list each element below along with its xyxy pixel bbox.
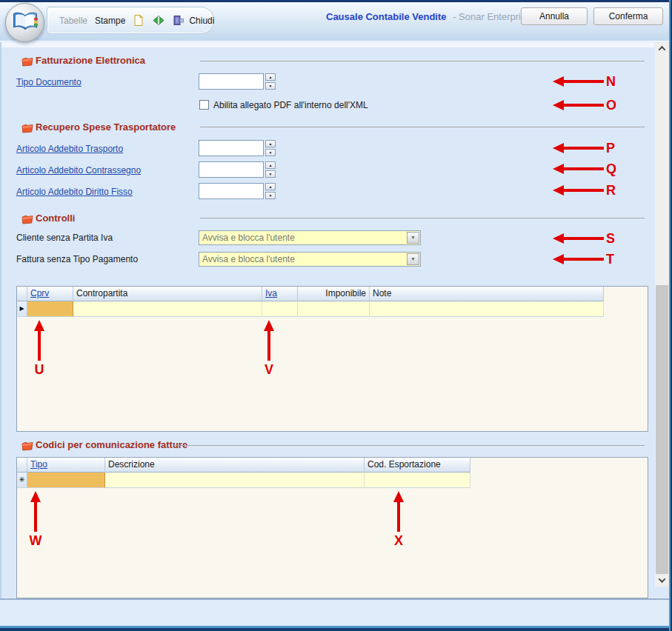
annotation-arrow-o: O (553, 98, 616, 113)
tipo-documento-link[interactable]: Tipo Documento (16, 77, 81, 87)
cod-esportazione-cell[interactable] (365, 473, 470, 488)
fattura-senza-pagamento-value: Avvisa e blocca l'utente (202, 254, 295, 264)
footer-bar (0, 598, 669, 626)
column-header-cprv[interactable]: Cprv (27, 287, 73, 301)
scroll-up-button[interactable] (655, 42, 669, 55)
content-top-strip (0, 42, 654, 47)
articolo-contrassegno-input[interactable] (199, 161, 264, 178)
folder-icon (21, 123, 34, 133)
annulla-button[interactable]: Annulla (521, 7, 588, 25)
articolo-diritto-spinner: ▲ ▼ (265, 183, 276, 199)
window-subtitle-text: - Sonar Enterprise (453, 11, 531, 22)
menu-item-chiudi[interactable]: Chiudi (189, 16, 214, 26)
articolo-trasporto-spinner: ▲ ▼ (265, 140, 276, 156)
arrow-head-icon (553, 143, 564, 153)
spinner-up-icon[interactable]: ▲ (265, 140, 276, 147)
tipo-documento-input[interactable] (199, 73, 264, 90)
fattura-senza-pagamento-select[interactable]: Avvisa e blocca l'utente ▼ (199, 252, 421, 267)
annotation-letter: W (30, 534, 42, 547)
articolo-trasporto-input[interactable] (199, 140, 264, 156)
annotation-letter: U (35, 363, 44, 376)
descrizione-cell[interactable] (105, 473, 365, 488)
spinner-down-icon[interactable]: ▼ (265, 170, 276, 178)
section-rule (200, 218, 645, 218)
folder-icon (21, 214, 34, 224)
section-title-fatturazione: Fatturazione Elettronica (36, 55, 145, 66)
imponibile-cell[interactable] (298, 301, 370, 317)
green-book-icon[interactable] (152, 14, 165, 27)
arrow-head-icon (553, 254, 564, 264)
section-title-controlli: Controlli (36, 213, 75, 224)
cprv-cell[interactable] (27, 301, 73, 317)
annotation-letter: T (606, 253, 614, 266)
annotation-arrow-w: W (26, 491, 45, 547)
arrow-head-icon (553, 185, 564, 196)
chevron-up-icon (659, 46, 666, 53)
abilita-pdf-checkbox[interactable] (199, 100, 209, 110)
folder-icon (21, 441, 34, 451)
exit-door-icon[interactable] (173, 14, 184, 27)
column-header-tipo[interactable]: Tipo (27, 458, 105, 473)
iva-cell[interactable] (262, 301, 298, 317)
spinner-down-icon[interactable]: ▼ (265, 82, 276, 90)
arrow-head-icon (264, 320, 274, 331)
window-bottom-edge (0, 628, 672, 631)
menu-item-tabelle[interactable]: Tabelle (59, 16, 87, 26)
note-cell[interactable] (370, 301, 604, 317)
contropartita-cell[interactable] (73, 301, 262, 317)
section-rule (173, 445, 645, 446)
column-header-descrizione[interactable]: Descrizione (105, 458, 365, 473)
cliente-senza-piva-label: Cliente senza Partita Iva (16, 233, 113, 243)
cliente-senza-piva-select[interactable]: Avvisa e blocca l'utente ▼ (199, 230, 421, 245)
row-selector-header (17, 287, 27, 301)
column-header-cod-esportazione[interactable]: Cod. Esportazione (365, 458, 470, 473)
section-rule (200, 61, 645, 61)
column-header-contropartita[interactable]: Contropartita (73, 287, 262, 301)
spinner-down-icon[interactable]: ▼ (265, 192, 276, 199)
spinner-up-icon[interactable]: ▲ (265, 161, 276, 169)
articolo-contrassegno-link[interactable]: Articolo Addebito Contrassegno (16, 165, 141, 176)
section-rule (200, 127, 645, 127)
arrow-head-icon (553, 100, 564, 110)
spinner-up-icon[interactable]: ▲ (265, 183, 276, 190)
codici-new-row: ✳ (17, 473, 648, 488)
annotation-letter: S (606, 232, 615, 245)
vertical-scrollbar[interactable] (655, 42, 669, 587)
abilita-pdf-label: Abilita allegato PDF all'interno dell'XM… (213, 100, 368, 110)
scroll-down-button[interactable] (655, 574, 669, 587)
column-header-imponibile[interactable]: Imponibile (298, 287, 370, 301)
spinner-up-icon[interactable]: ▲ (265, 73, 276, 81)
quick-access-toolbar: Tabelle Stampe Chiudi (47, 7, 214, 34)
window-title: Causale Contabile Vendite - Sonar Enterp… (326, 11, 531, 22)
articolo-diritto-input[interactable] (199, 183, 264, 199)
contropartite-header-row: Cprv Contropartita Iva Imponibile Note (17, 287, 648, 301)
annotation-letter: P (606, 141, 615, 155)
section-title-codici: Codici per comunicazione fatture (36, 439, 187, 450)
contropartite-grid: Cprv Contropartita Iva Imponibile Note ▶ (16, 286, 648, 432)
menu-item-stampe[interactable]: Stampe (95, 16, 125, 26)
window-left-border (0, 42, 1, 631)
combo-arrow-icon[interactable]: ▼ (407, 232, 419, 244)
scrollbar-thumb[interactable] (656, 285, 668, 574)
annotation-arrow-u: U (30, 320, 49, 376)
annotation-arrow-x: X (389, 491, 408, 547)
combo-arrow-icon[interactable]: ▼ (407, 253, 419, 265)
application-menu-button[interactable] (5, 3, 44, 42)
new-document-icon[interactable] (133, 14, 144, 27)
arrow-head-icon (34, 320, 44, 331)
articolo-contrassegno-spinner: ▲ ▼ (265, 161, 276, 178)
tipo-cell[interactable] (27, 473, 105, 488)
window-title-text: Causale Contabile Vendite (326, 11, 447, 22)
spinner-down-icon[interactable]: ▼ (265, 149, 276, 156)
annotation-arrow-q: Q (553, 161, 616, 176)
articolo-diritto-link[interactable]: Articolo Addebito Diritto Fisso (16, 187, 133, 197)
codici-header-row: Tipo Descrizione Cod. Esportazione (17, 458, 648, 473)
column-header-note[interactable]: Note (370, 287, 604, 301)
contropartite-new-row: ▶ (17, 301, 648, 317)
annotation-arrow-n: N (553, 74, 616, 89)
articolo-trasporto-link[interactable]: Articolo Addebito Trasporto (16, 144, 123, 154)
conferma-button[interactable]: Conferma (593, 7, 663, 25)
column-header-iva[interactable]: Iva (262, 287, 298, 301)
cliente-senza-piva-value: Avvisa e blocca l'utente (202, 233, 295, 243)
folder-icon (21, 56, 34, 67)
